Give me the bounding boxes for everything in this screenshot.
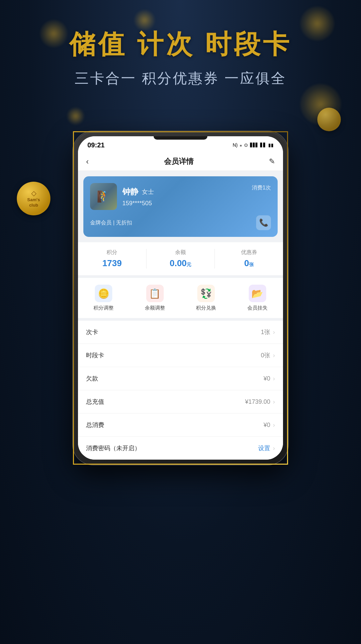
avatar: 🧗 bbox=[90, 183, 117, 210]
member-suspend-icon: 📂 bbox=[249, 285, 266, 302]
coin-text: Sam'sclub bbox=[27, 197, 40, 208]
balance-value: 0.00元 bbox=[147, 258, 215, 269]
member-gender: 女士 bbox=[142, 188, 154, 196]
points-value: 1739 bbox=[78, 258, 146, 269]
action-exchange-label: 积分兑换 bbox=[196, 305, 216, 311]
action-row: 🪙 积分调整 📋 余额调整 💱 积分兑换 📂 会员挂失 bbox=[78, 278, 283, 321]
chevron-timecard: › bbox=[273, 352, 275, 359]
status-time: 09:21 bbox=[87, 141, 105, 149]
edit-button[interactable]: ✎ bbox=[269, 157, 275, 166]
back-button[interactable]: ‹ bbox=[86, 157, 89, 166]
list-item-timecard[interactable]: 时段卡 0张 › bbox=[78, 344, 283, 367]
action-balance-label: 余额调整 bbox=[145, 305, 165, 311]
chevron-recharge: › bbox=[273, 398, 275, 405]
hero-subtitle: 三卡合一 积分优惠券 一应俱全 bbox=[0, 69, 361, 88]
list-item-total-recharge[interactable]: 总充值 ¥1739.00 › bbox=[78, 390, 283, 414]
balance-label: 余额 bbox=[147, 249, 215, 256]
chevron-debt: › bbox=[273, 375, 275, 382]
notch bbox=[154, 136, 207, 140]
action-balance-adjust[interactable]: 📋 余额调整 bbox=[129, 285, 181, 311]
stat-coupon: 优惠券 0张 bbox=[215, 249, 283, 269]
list-item-total-consume[interactable]: 总消费 ¥0 › bbox=[78, 414, 283, 437]
list-item-password-label: 消费密码（未开启） bbox=[86, 444, 141, 452]
action-points-label: 积分调整 bbox=[93, 305, 114, 311]
stat-balance: 余额 0.00元 bbox=[147, 249, 215, 269]
list-item-cika[interactable]: 次卡 1张 › bbox=[78, 321, 283, 344]
member-level: 金牌会员 | 无折扣 bbox=[90, 219, 132, 226]
chevron-consume: › bbox=[273, 422, 275, 429]
phone-inner: 09:21 N) ⁎ ⊙ ▋▋▋ ▋▋ ▮▮ ‹ 会员详情 ✎ bbox=[78, 136, 283, 460]
list-item-recharge-value: ¥1739.00 bbox=[245, 398, 270, 405]
coin-icon: ◇ bbox=[31, 189, 36, 197]
list-item-consume-value: ¥0 bbox=[264, 422, 270, 429]
stat-points: 积分 1739 bbox=[78, 249, 147, 269]
call-button[interactable]: 📞 bbox=[256, 215, 271, 230]
nav-bar: ‹ 会员详情 ✎ bbox=[78, 152, 283, 171]
list-item-recharge-label: 总充值 bbox=[86, 398, 104, 406]
member-info: 钟静 女士 159****505 bbox=[122, 186, 271, 207]
bokeh-5 bbox=[67, 108, 84, 124]
list-item-debt-value: ¥0 bbox=[264, 375, 270, 382]
list-item-password-value[interactable]: 设置 bbox=[258, 444, 270, 452]
balance-adjust-icon: 📋 bbox=[146, 285, 164, 302]
member-phone: 159****505 bbox=[122, 200, 271, 207]
coupon-value: 0张 bbox=[215, 258, 283, 269]
points-label: 积分 bbox=[78, 249, 146, 256]
list-item-cika-label: 次卡 bbox=[86, 328, 98, 336]
member-top: 🧗 钟静 女士 159****505 bbox=[90, 183, 271, 210]
member-bottom: 金牌会员 | 无折扣 📞 bbox=[90, 215, 271, 230]
points-exchange-icon: 💱 bbox=[197, 285, 215, 302]
hero-section: 储值 计次 时段卡 三卡合一 积分优惠券 一应俱全 bbox=[0, 27, 361, 88]
chevron-cika: › bbox=[273, 329, 275, 336]
member-card: 🧗 钟静 女士 159****505 消费1次 金牌会员 | 无折扣 📞 bbox=[83, 176, 278, 237]
action-member-suspend[interactable]: 📂 会员挂失 bbox=[232, 285, 283, 311]
action-suspend-label: 会员挂失 bbox=[247, 305, 268, 311]
action-points-adjust[interactable]: 🪙 积分调整 bbox=[78, 285, 129, 311]
status-icons: N) ⁎ ⊙ ▋▋▋ ▋▋ ▮▮ bbox=[233, 142, 274, 148]
action-points-exchange[interactable]: 💱 积分兑换 bbox=[180, 285, 232, 311]
list-item-cika-value: 1张 bbox=[261, 328, 270, 336]
points-adjust-icon: 🪙 bbox=[95, 285, 112, 302]
sams-coin: ◇ Sam'sclub bbox=[17, 182, 50, 215]
phone-frame: 09:21 N) ⁎ ⊙ ▋▋▋ ▋▋ ▮▮ ‹ 会员详情 ✎ bbox=[73, 131, 288, 465]
list-item-timecard-value: 0张 bbox=[261, 351, 270, 359]
hero-title: 储值 计次 时段卡 bbox=[0, 27, 361, 62]
list-section: 次卡 1张 › 时段卡 0张 › 欠款 ¥0 bbox=[78, 321, 283, 460]
consume-count: 消费1次 bbox=[252, 184, 271, 191]
page-title: 会员详情 bbox=[164, 156, 194, 167]
chevron-password: › bbox=[273, 445, 275, 452]
member-name: 钟静 bbox=[122, 186, 138, 197]
list-item-debt-label: 欠款 bbox=[86, 374, 98, 383]
list-item-password[interactable]: 消费密码（未开启） 设置 › bbox=[78, 437, 283, 460]
list-item-consume-label: 总消费 bbox=[86, 421, 104, 429]
coupon-label: 优惠券 bbox=[215, 249, 283, 256]
list-item-debt[interactable]: 欠款 ¥0 › bbox=[78, 367, 283, 390]
stats-row: 积分 1739 余额 0.00元 优惠券 0张 bbox=[78, 242, 283, 278]
right-coin bbox=[317, 108, 341, 131]
list-item-timecard-label: 时段卡 bbox=[86, 351, 104, 359]
phone-wrapper: 09:21 N) ⁎ ⊙ ▋▋▋ ▋▋ ▮▮ ‹ 会员详情 ✎ bbox=[73, 131, 288, 465]
